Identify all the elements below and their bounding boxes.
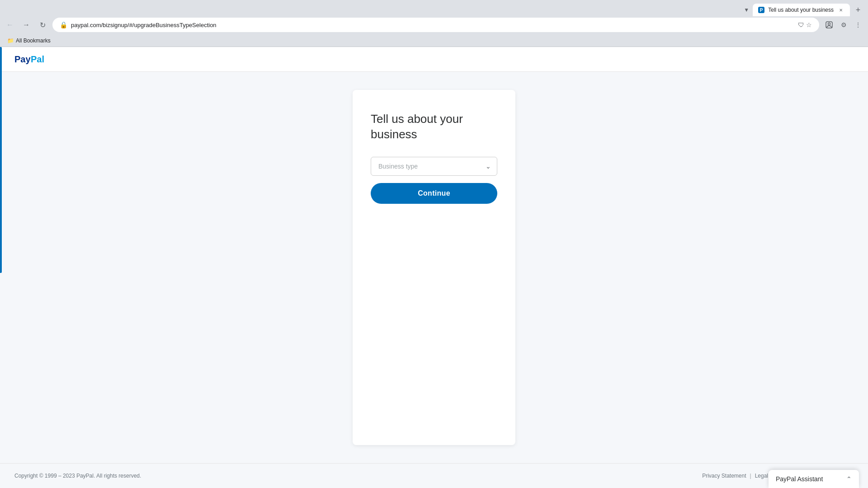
address-bar-row: ← → ↻ 🔒 paypal.com/bizsignup/#/upgradeBu… [0, 16, 868, 34]
svg-point-3 [828, 23, 830, 25]
bookmarks-bar: 📁 All Bookmarks [0, 34, 868, 47]
continue-button[interactable]: Continue [371, 183, 497, 204]
footer-sep-1: | [750, 473, 751, 479]
paypal-assistant-widget[interactable]: PayPal Assistant ⌃ [769, 470, 859, 488]
browser-chrome: ▼ P Tell us about your business ✕ + ← → … [0, 0, 868, 47]
paypal-logo-svg: Pay Pal [14, 54, 51, 64]
star-icon[interactable]: ☆ [806, 21, 812, 28]
bookmark-folder-icon: 📁 [7, 38, 14, 44]
tab-favicon: P [758, 7, 764, 13]
menu-btn[interactable]: ⋮ [852, 19, 864, 31]
back-btn[interactable]: ← [4, 19, 16, 31]
assistant-chevron-up-icon: ⌃ [846, 475, 852, 483]
forward-btn[interactable]: → [20, 19, 33, 31]
svg-text:P: P [760, 8, 763, 13]
form-card: Tell us about your business Business typ… [353, 90, 515, 445]
page-wrapper: Pay Pal Tell us about your business Busi… [0, 47, 868, 488]
address-text: paypal.com/bizsignup/#/upgradeBusinessTy… [71, 22, 794, 28]
left-accent-bar [0, 47, 2, 273]
reload-btn[interactable]: ↻ [36, 19, 49, 31]
shield-icon: 🛡 [798, 21, 804, 28]
tab-bar: ▼ P Tell us about your business ✕ + [0, 0, 868, 16]
lock-icon: 🔒 [60, 21, 67, 28]
tab-close-btn[interactable]: ✕ [837, 6, 844, 14]
page-header: Pay Pal [0, 47, 868, 72]
tab-dropdown-btn[interactable]: ▼ [740, 4, 753, 16]
new-tab-btn[interactable]: + [852, 4, 864, 16]
active-tab[interactable]: P Tell us about your business ✕ [753, 4, 850, 16]
address-action-icons: 🛡 ☆ [798, 21, 812, 28]
business-type-dropdown-wrapper: Business type Individual / Sole Propriet… [371, 157, 497, 176]
privacy-statement-link[interactable]: Privacy Statement [702, 473, 746, 479]
paypal-logo: Pay Pal [14, 54, 51, 64]
business-type-select[interactable]: Business type Individual / Sole Propriet… [371, 157, 497, 176]
extensions-btn[interactable]: ⚙ [837, 19, 850, 31]
footer-copyright: Copyright © 1999 – 2023 PayPal. All righ… [14, 473, 141, 479]
bookmarks-label: All Bookmarks [16, 38, 51, 44]
svg-text:Pay: Pay [14, 54, 31, 64]
assistant-label: PayPal Assistant [776, 475, 823, 483]
profile-btn[interactable] [823, 19, 835, 31]
page-main: Tell us about your business Business typ… [0, 72, 868, 463]
address-bar[interactable]: 🔒 paypal.com/bizsignup/#/upgradeBusiness… [52, 18, 819, 32]
browser-action-buttons: ⚙ ⋮ [823, 19, 864, 31]
tab-title: Tell us about your business [768, 7, 834, 13]
bookmarks-folder[interactable]: 📁 All Bookmarks [4, 37, 54, 45]
svg-text:Pal: Pal [31, 54, 44, 64]
page-title: Tell us about your business [371, 112, 497, 142]
page-footer: Copyright © 1999 – 2023 PayPal. All righ… [0, 463, 868, 488]
